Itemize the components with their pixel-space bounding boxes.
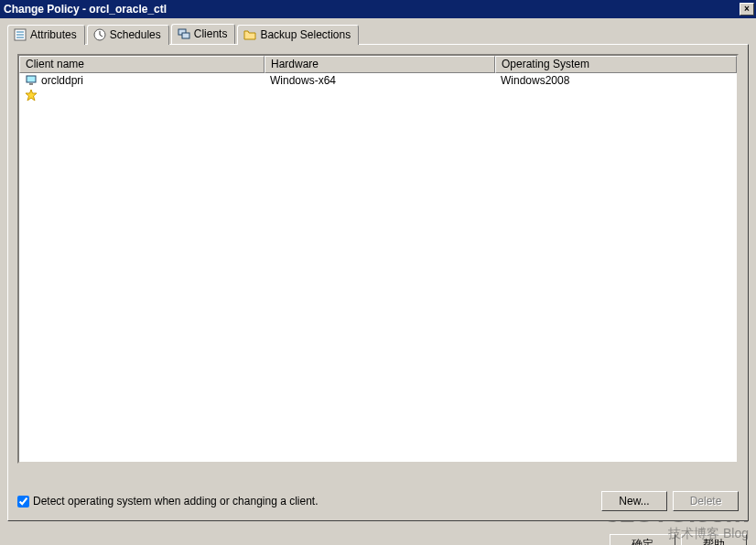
tab-attributes[interactable]: Attributes bbox=[7, 25, 85, 45]
col-os[interactable]: Operating System bbox=[495, 56, 737, 73]
schedules-icon bbox=[93, 28, 106, 41]
tab-label: Backup Selections bbox=[260, 28, 351, 41]
detect-os-checkbox[interactable] bbox=[17, 496, 29, 508]
clients-icon bbox=[178, 27, 190, 40]
ok-button[interactable]: 确定 bbox=[610, 534, 675, 545]
folder-icon bbox=[243, 28, 256, 41]
new-entry-row[interactable] bbox=[19, 88, 737, 102]
dialog-footer-buttons: 确定 帮助 bbox=[0, 529, 756, 545]
col-client-name[interactable]: Client name bbox=[19, 56, 265, 73]
tab-clients[interactable]: Clients bbox=[171, 24, 236, 44]
svg-rect-10 bbox=[29, 83, 33, 85]
detect-os-label: Detect operating system when adding or c… bbox=[33, 495, 319, 508]
tab-bar: Attributes Schedules Clients Backup Sele… bbox=[7, 24, 749, 44]
svg-rect-9 bbox=[27, 76, 36, 82]
tab-label: Schedules bbox=[110, 28, 161, 41]
tab-panel-clients: Client name Hardware Operating System or… bbox=[7, 44, 749, 521]
cell-client-name: orclddpri bbox=[19, 74, 265, 87]
detect-os-checkbox-wrap[interactable]: Detect operating system when adding or c… bbox=[17, 495, 319, 508]
tab-backup-selections[interactable]: Backup Selections bbox=[237, 25, 359, 45]
cell-os: Windows2008 bbox=[495, 74, 737, 87]
clients-list[interactable]: Client name Hardware Operating System or… bbox=[17, 54, 739, 464]
window-title: Change Policy - orcl_oracle_ctl bbox=[4, 0, 167, 18]
new-button[interactable]: New... bbox=[601, 491, 667, 511]
svg-rect-8 bbox=[182, 33, 189, 38]
svg-marker-11 bbox=[26, 90, 37, 101]
attributes-icon bbox=[14, 28, 27, 41]
col-hardware[interactable]: Hardware bbox=[265, 56, 495, 73]
computer-icon bbox=[25, 74, 38, 87]
tab-schedules[interactable]: Schedules bbox=[87, 25, 169, 45]
tab-label: Clients bbox=[194, 27, 228, 40]
titlebar: Change Policy - orcl_oracle_ctl × bbox=[0, 0, 756, 18]
list-body: orclddpri Windows-x64 Windows2008 bbox=[19, 73, 737, 102]
table-row[interactable]: orclddpri Windows-x64 Windows2008 bbox=[19, 73, 737, 88]
panel-bottom-row: Detect operating system when adding or c… bbox=[17, 491, 739, 511]
close-button[interactable]: × bbox=[740, 3, 754, 16]
new-star-icon bbox=[25, 89, 38, 102]
delete-button: Delete bbox=[673, 491, 739, 511]
cell-new-marker bbox=[19, 89, 265, 102]
cell-hardware: Windows-x64 bbox=[265, 74, 495, 87]
dialog-body: Attributes Schedules Clients Backup Sele… bbox=[0, 18, 756, 529]
help-button[interactable]: 帮助 bbox=[681, 534, 747, 545]
tab-label: Attributes bbox=[30, 28, 77, 41]
list-header: Client name Hardware Operating System bbox=[19, 56, 737, 73]
panel-button-row: New... Delete bbox=[601, 491, 739, 511]
